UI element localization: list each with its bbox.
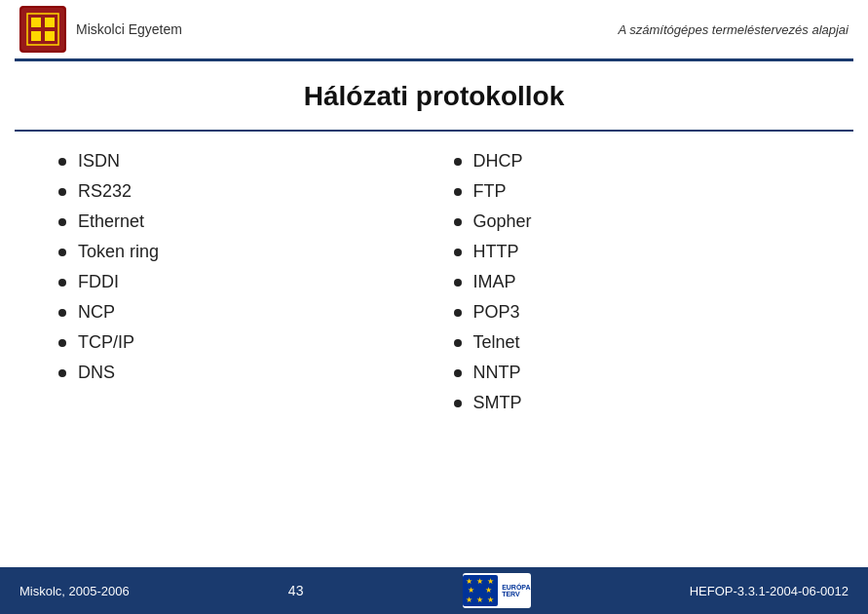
list-item: TCP/IP bbox=[58, 332, 415, 353]
eu-stars: ★ ★ ★★ ★★ ★ ★ bbox=[466, 577, 495, 605]
bullet-icon bbox=[58, 188, 66, 196]
list-item: Token ring bbox=[58, 242, 415, 262]
list-item: NCP bbox=[58, 302, 415, 323]
list-item-text: Telnet bbox=[473, 332, 520, 353]
list-item: DNS bbox=[58, 363, 415, 383]
list-item-text: ISDN bbox=[78, 151, 120, 172]
footer-page: 43 bbox=[288, 583, 304, 598]
list-item: IMAP bbox=[454, 272, 811, 292]
left-list: ISDNRS232EthernetToken ringFDDINCPTCP/IP… bbox=[58, 151, 415, 383]
list-item-text: Token ring bbox=[78, 242, 159, 262]
bullet-icon bbox=[58, 218, 66, 226]
list-item: Ethernet bbox=[58, 211, 415, 232]
list-item-text: DHCP bbox=[473, 151, 523, 172]
right-list: DHCPFTPGopherHTTPIMAPPOP3TelnetNNTPSMTP bbox=[454, 151, 811, 413]
header-left: Miskolci Egyetem bbox=[19, 6, 182, 53]
bullet-icon bbox=[454, 400, 462, 407]
eu-terv-label: EURÓPATERV bbox=[502, 584, 530, 597]
svg-rect-5 bbox=[31, 31, 41, 41]
slide-title: Hálózati protokollok bbox=[0, 81, 868, 112]
list-item: NNTP bbox=[454, 363, 811, 383]
list-item-text: HTTP bbox=[473, 242, 519, 262]
bullet-icon bbox=[58, 369, 66, 377]
list-item-text: RS232 bbox=[78, 181, 132, 202]
list-item-text: NCP bbox=[78, 302, 115, 323]
bullet-icon bbox=[454, 249, 462, 256]
list-item-text: IMAP bbox=[473, 272, 516, 292]
list-item: Gopher bbox=[454, 211, 811, 232]
bullet-icon bbox=[58, 279, 66, 287]
bullet-icon bbox=[454, 218, 462, 226]
list-item-text: NNTP bbox=[473, 363, 521, 383]
bullet-icon bbox=[454, 339, 462, 347]
list-item-text: DNS bbox=[78, 363, 115, 383]
eu-logo: ★ ★ ★★ ★★ ★ ★ EURÓPATERV bbox=[463, 573, 531, 608]
left-column: ISDNRS232EthernetToken ringFDDINCPTCP/IP… bbox=[39, 151, 434, 423]
university-logo bbox=[19, 6, 66, 53]
svg-rect-4 bbox=[45, 18, 55, 27]
list-item: SMTP bbox=[454, 393, 811, 413]
bullet-icon bbox=[454, 158, 462, 166]
title-section: Hálózati protokollok bbox=[0, 61, 868, 122]
bullet-icon bbox=[454, 188, 462, 196]
content-area: ISDNRS232EthernetToken ringFDDINCPTCP/IP… bbox=[0, 132, 868, 442]
bullet-icon bbox=[454, 309, 462, 317]
footer-logos: ★ ★ ★★ ★★ ★ ★ EURÓPATERV bbox=[463, 573, 531, 608]
list-item-text: SMTP bbox=[473, 393, 522, 413]
header-subtitle: A számítógépes termeléstervezés alapjai bbox=[618, 22, 849, 37]
svg-rect-6 bbox=[45, 31, 55, 41]
list-item-text: POP3 bbox=[473, 302, 520, 323]
bullet-icon bbox=[454, 369, 462, 377]
bullet-icon bbox=[58, 249, 66, 256]
list-item: FTP bbox=[454, 181, 811, 202]
svg-rect-3 bbox=[31, 18, 41, 27]
header: Miskolci Egyetem A számítógépes termelés… bbox=[0, 0, 868, 58]
bullet-icon bbox=[58, 339, 66, 347]
footer-date: Miskolc, 2005-2006 bbox=[19, 584, 130, 598]
bullet-icon bbox=[58, 309, 66, 317]
university-name: Miskolci Egyetem bbox=[76, 21, 182, 37]
list-item: Telnet bbox=[454, 332, 811, 353]
list-item: DHCP bbox=[454, 151, 811, 172]
list-item: ISDN bbox=[58, 151, 415, 172]
list-item-text: FDDI bbox=[78, 272, 119, 292]
footer: Miskolc, 2005-2006 43 ★ ★ ★★ ★★ ★ ★ EURÓ… bbox=[0, 567, 868, 614]
list-item-text: FTP bbox=[473, 181, 507, 202]
bullet-icon bbox=[454, 279, 462, 287]
list-item: HTTP bbox=[454, 242, 811, 262]
right-column: DHCPFTPGopherHTTPIMAPPOP3TelnetNNTPSMTP bbox=[434, 151, 830, 423]
list-item: FDDI bbox=[58, 272, 415, 292]
list-item: RS232 bbox=[58, 181, 415, 202]
list-item-text: Gopher bbox=[473, 211, 532, 232]
bullet-icon bbox=[58, 158, 66, 166]
list-item-text: TCP/IP bbox=[78, 332, 134, 353]
list-item-text: Ethernet bbox=[78, 211, 144, 232]
list-item: POP3 bbox=[454, 302, 811, 323]
footer-code: HEFOP-3.3.1-2004-06-0012 bbox=[690, 584, 849, 598]
eu-flag: ★ ★ ★★ ★★ ★ ★ bbox=[463, 575, 499, 606]
